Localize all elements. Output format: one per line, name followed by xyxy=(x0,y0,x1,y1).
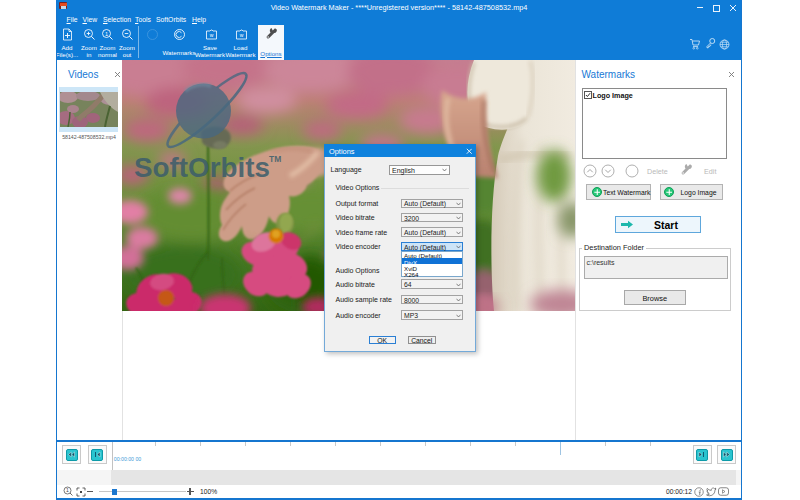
svg-text:SoftOrbits: SoftOrbits xyxy=(134,152,270,183)
svg-text:1: 1 xyxy=(105,30,108,36)
svg-text:1: 1 xyxy=(66,487,69,493)
svg-text:w: w xyxy=(240,31,244,37)
svg-text:w: w xyxy=(209,31,213,37)
svg-text:TM: TM xyxy=(269,154,281,164)
